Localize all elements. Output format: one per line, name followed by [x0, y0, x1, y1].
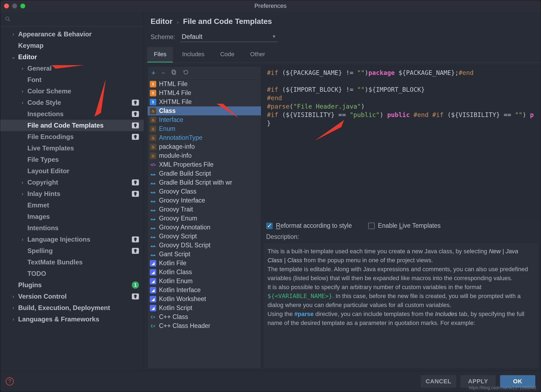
sidebar-item[interactable]: ›Color Scheme [0, 86, 144, 97]
template-row[interactable]: Groovy Trait [148, 205, 261, 214]
kotlin-icon: ◢ [150, 269, 156, 276]
template-row[interactable]: Groovy Enum [148, 214, 261, 223]
sidebar-item[interactable]: ›Copyright [0, 177, 144, 188]
sidebar-item[interactable]: ›Language Injections [0, 234, 144, 245]
sidebar-item[interactable]: ⌄Editor [0, 51, 144, 63]
template-row[interactable]: Gant Script [148, 250, 261, 259]
template-row[interactable]: ♨AnnotationType [148, 133, 261, 142]
copy-template-button[interactable] [171, 69, 177, 77]
sidebar-item[interactable]: File Types [0, 154, 144, 165]
template-row[interactable]: Gradle Build Script [148, 169, 261, 178]
template-row[interactable]: ◢Kotlin Script [148, 304, 261, 312]
template-row[interactable]: ◢Kotlin Worksheet [148, 295, 261, 304]
project-badge-icon [132, 191, 139, 197]
template-row[interactable]: Groovy Script [148, 232, 261, 241]
template-row[interactable]: ♨package-info [148, 142, 261, 151]
java-icon: ♨ [150, 144, 156, 150]
template-row[interactable]: 5HTML File [148, 80, 261, 88]
project-badge-icon [132, 293, 139, 299]
sidebar-item[interactable]: ›Appearance & Behavior [0, 29, 144, 40]
sidebar-item[interactable]: ›Build, Execution, Deployment [0, 302, 144, 314]
sidebar-item-label: General [27, 65, 52, 72]
settings-search-input[interactable] [0, 12, 144, 26]
sidebar-item[interactable]: ›Version Control [0, 291, 144, 302]
chevron-icon: › [18, 88, 27, 94]
sidebar-item[interactable]: Live Templates [0, 143, 144, 154]
sidebar-item-label: Code Style [27, 99, 61, 106]
sidebar-item[interactable]: Font [0, 74, 144, 86]
sidebar-item[interactable]: ›General [0, 63, 144, 74]
template-row[interactable]: ♨Interface [148, 115, 261, 124]
sidebar-item[interactable]: TODO [0, 268, 144, 279]
sidebar-item-label: Emmet [27, 201, 49, 209]
cancel-button[interactable]: CANCEL [421, 375, 456, 388]
template-row[interactable]: ◢Kotlin Interface [148, 286, 261, 295]
help-button[interactable]: ? [6, 377, 14, 385]
svg-line-1 [9, 20, 10, 21]
sidebar-item[interactable]: Images [0, 211, 144, 222]
template-code-editor[interactable]: #if (${PACKAGE_NAME} != "")package ${PAC… [263, 66, 539, 218]
sidebar-item[interactable]: Inspections [0, 108, 144, 120]
sidebar-item[interactable]: ›Code Style [0, 97, 144, 108]
watermark: https://blog.csdn.net/w1371598840 [469, 385, 536, 390]
breadcrumb-editor[interactable]: Editor [151, 17, 173, 26]
sidebar-item[interactable]: ›Languages & Frameworks [0, 314, 144, 325]
template-row[interactable]: </>XML Properties File [148, 160, 261, 169]
template-row[interactable]: 5XHTML File [148, 97, 261, 106]
tab-other[interactable]: Other [244, 47, 272, 62]
project-badge-icon [132, 248, 139, 254]
remove-template-button[interactable]: − [161, 69, 165, 77]
reformat-checkbox[interactable]: ✓ Reformat according to style [266, 222, 352, 229]
template-row[interactable]: Groovy Class [148, 187, 261, 196]
sidebar-item[interactable]: File and Code Templates [0, 120, 144, 131]
sidebar-item[interactable]: File Encodings [0, 131, 144, 143]
template-row[interactable]: ◢Kotlin Enum [148, 277, 261, 286]
template-label: XML Properties File [159, 161, 214, 168]
template-label: Kotlin Enum [159, 277, 193, 285]
enable-live-templates-checkbox[interactable]: Enable Live Templates [368, 222, 441, 229]
sidebar-item[interactable]: Keymap [0, 40, 144, 51]
template-label: Gant Script [159, 251, 190, 258]
sidebar-item-label: Font [27, 76, 42, 84]
template-label: Class [159, 107, 176, 115]
template-row[interactable]: Groovy DSL Script [148, 241, 261, 250]
template-label: C++ Class [159, 313, 188, 321]
reset-template-button[interactable] [183, 69, 189, 77]
sidebar-item[interactable]: TextMate Bundles [0, 257, 144, 268]
template-row[interactable]: Groovy Annotation [148, 223, 261, 232]
tab-code[interactable]: Code [214, 47, 241, 62]
template-row[interactable]: ◢Kotlin Class [148, 268, 261, 277]
java-icon: ♨ [150, 126, 156, 132]
sidebar-item-label: File and Code Templates [27, 122, 104, 129]
template-row[interactable]: ♨Enum [148, 124, 261, 133]
tab-includes[interactable]: Includes [176, 47, 211, 62]
sidebar-item-label: Appearance & Behavior [18, 30, 92, 38]
template-row[interactable]: Gradle Build Script with wr [148, 178, 261, 187]
template-row[interactable]: ♨module-info [148, 151, 261, 160]
template-row[interactable]: C+C++ Class Header [148, 321, 261, 330]
sidebar-item[interactable]: Emmet [0, 200, 144, 211]
sidebar-item[interactable]: Plugins1 [0, 279, 144, 291]
java-icon: ♨ [150, 135, 156, 141]
scheme-value: Default [182, 33, 202, 40]
sidebar-item[interactable]: ›Inlay Hints [0, 188, 144, 200]
sidebar-item[interactable]: Intentions [0, 222, 144, 234]
template-label: Groovy Enum [159, 215, 197, 222]
sidebar-item-label: File Encodings [27, 133, 74, 141]
sidebar-item[interactable]: Layout Editor [0, 165, 144, 177]
sidebar-item-label: Inspections [27, 110, 63, 118]
scheme-select[interactable]: Default ▼ [180, 32, 278, 42]
template-row[interactable]: 5HTML4 File [148, 88, 261, 97]
chevron-icon: › [8, 317, 18, 322]
add-template-button[interactable]: + [151, 69, 155, 77]
kotlin-icon: ◢ [150, 278, 156, 284]
template-row[interactable]: ♨Class [148, 106, 261, 115]
template-row[interactable]: Groovy Interface [148, 196, 261, 205]
template-toolbar: + − [148, 67, 261, 80]
template-row[interactable]: ◢Kotlin File [148, 259, 261, 268]
chevron-icon: ⌄ [8, 54, 18, 60]
project-badge-icon [132, 100, 139, 106]
template-row[interactable]: C+C++ Class [148, 312, 261, 321]
tab-files[interactable]: Files [147, 47, 173, 62]
sidebar-item[interactable]: Spelling [0, 245, 144, 257]
